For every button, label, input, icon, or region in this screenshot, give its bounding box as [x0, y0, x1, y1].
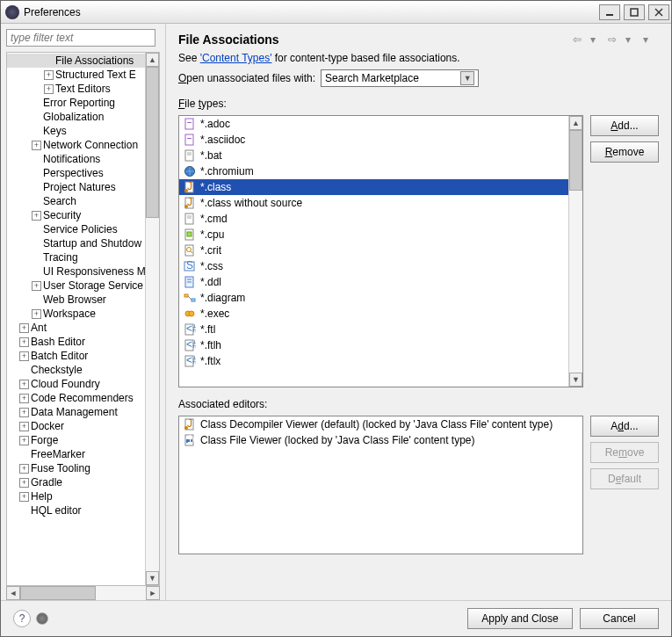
- expand-icon[interactable]: +: [32, 211, 41, 221]
- tree-item[interactable]: Perspectives: [7, 166, 145, 180]
- tree-item[interactable]: +Code Recommenders: [7, 391, 145, 405]
- filetypes-vscroll[interactable]: ▲ ▼: [568, 116, 582, 387]
- tree-item[interactable]: File Associations: [7, 54, 145, 68]
- page-title: File Associations: [178, 33, 571, 47]
- tree-item[interactable]: +Security: [7, 208, 145, 222]
- tree-item[interactable]: +Help: [7, 489, 145, 503]
- expand-icon[interactable]: +: [19, 464, 29, 474]
- titlebar[interactable]: Preferences: [1, 1, 671, 24]
- close-button[interactable]: [648, 4, 669, 20]
- tree-vscroll[interactable]: ▲ ▼: [145, 53, 159, 585]
- expand-icon[interactable]: +: [44, 70, 54, 80]
- tree-item[interactable]: Keys: [7, 124, 145, 138]
- filetype-item[interactable]: J*.class: [179, 179, 568, 195]
- assoc-editor-item[interactable]: JClass Decompiler Viewer (default) (lock…: [179, 416, 582, 432]
- forward-menu[interactable]: ▾: [625, 33, 639, 47]
- tree-item[interactable]: +Docker: [7, 419, 145, 433]
- filetype-item[interactable]: *.chromium: [179, 163, 568, 179]
- filetype-item[interactable]: <#>*.ftl: [179, 322, 568, 337]
- expand-icon[interactable]: +: [19, 478, 29, 488]
- tree-item[interactable]: +Text Editors: [7, 82, 145, 96]
- filetypes-add-button[interactable]: Add...: [590, 115, 659, 136]
- tree-item[interactable]: Project Natures: [7, 180, 145, 194]
- tree-item[interactable]: Error Reporting: [7, 96, 145, 110]
- maximize-button[interactable]: [624, 4, 645, 20]
- tree-item[interactable]: FreeMarker: [7, 447, 145, 461]
- expand-icon[interactable]: +: [19, 436, 29, 445]
- open-unassociated-combo[interactable]: Search Marketplace ▼: [321, 69, 479, 87]
- tree-item[interactable]: +Forge: [7, 433, 145, 447]
- tree-item[interactable]: +Gradle: [7, 475, 145, 489]
- filetype-item[interactable]: *.cpu: [179, 227, 568, 242]
- expand-icon[interactable]: +: [19, 380, 29, 389]
- expand-icon[interactable]: +: [19, 337, 29, 347]
- tree-item[interactable]: +Ant: [7, 321, 145, 335]
- tree-item[interactable]: Service Policies: [7, 222, 145, 236]
- back-menu[interactable]: ▾: [590, 33, 604, 47]
- tree-item[interactable]: Checkstyle: [7, 363, 145, 377]
- tree-hscroll[interactable]: ◄ ►: [6, 586, 160, 600]
- assoc-add-button[interactable]: Add...: [590, 416, 659, 437]
- tree-item[interactable]: +Fuse Tooling: [7, 461, 145, 475]
- tree-item[interactable]: UI Responsiveness M: [7, 264, 145, 279]
- tree-item[interactable]: +Workspace: [7, 307, 145, 321]
- minimize-button[interactable]: [599, 4, 620, 20]
- assoc-editors-list[interactable]: JClass Decompiler Viewer (default) (lock…: [178, 416, 583, 554]
- tree-item[interactable]: HQL editor: [7, 503, 145, 518]
- expand-icon[interactable]: +: [19, 422, 29, 431]
- filter-input[interactable]: [6, 29, 155, 47]
- tree-item[interactable]: +Data Management: [7, 405, 145, 419]
- filetype-item[interactable]: *.asciidoc: [179, 132, 568, 148]
- filetypes-remove-button[interactable]: Remove: [590, 141, 659, 163]
- filetype-item[interactable]: *.bat: [179, 148, 568, 163]
- tree-item[interactable]: Tracing: [7, 250, 145, 264]
- expand-icon[interactable]: +: [19, 394, 29, 403]
- tree-item[interactable]: +User Storage Service: [7, 279, 145, 293]
- expand-icon[interactable]: +: [32, 281, 41, 291]
- help-button[interactable]: ?: [13, 610, 31, 627]
- expand-icon[interactable]: +: [19, 323, 29, 333]
- assoc-editor-item[interactable]: 101Class File Viewer (locked by 'Java Cl…: [179, 432, 582, 448]
- tree-item-label: Network Connection: [43, 139, 138, 151]
- tree-item[interactable]: +Bash Editor: [7, 335, 145, 349]
- tree-item-label: Startup and Shutdow: [43, 237, 141, 250]
- content-types-link[interactable]: 'Content Types': [200, 52, 272, 64]
- tree-item[interactable]: +Batch Editor: [7, 349, 145, 363]
- tree-item[interactable]: Search: [7, 194, 145, 208]
- view-menu[interactable]: ▾: [643, 33, 657, 47]
- tree-item-label: Code Recommenders: [31, 392, 134, 404]
- filetype-item[interactable]: J*.class without source: [179, 195, 568, 211]
- filetype-item[interactable]: *.diagram: [179, 290, 568, 306]
- back-button[interactable]: ⇦: [573, 33, 587, 47]
- filetype-item[interactable]: *.adoc: [179, 116, 568, 132]
- expand-icon[interactable]: +: [44, 84, 54, 94]
- expand-icon[interactable]: +: [32, 141, 41, 150]
- filetype-item[interactable]: *.ddl: [179, 274, 568, 290]
- tree-item[interactable]: +Network Connection: [7, 138, 145, 152]
- forward-button[interactable]: ⇨: [608, 33, 622, 47]
- tree-item[interactable]: Startup and Shutdow: [7, 236, 145, 250]
- filetypes-list[interactable]: *.adoc*.asciidoc*.bat*.chromiumJ*.classJ…: [178, 115, 583, 387]
- tree-item[interactable]: +Cloud Foundry: [7, 377, 145, 391]
- tree-item[interactable]: Web Browser: [7, 293, 145, 307]
- filetype-item[interactable]: S*.css: [179, 258, 568, 274]
- tree-item[interactable]: Notifications: [7, 152, 145, 166]
- filetype-item[interactable]: *.crit: [179, 242, 568, 258]
- expand-icon[interactable]: +: [32, 309, 41, 319]
- filetype-item[interactable]: <#>*.ftlh: [179, 337, 568, 353]
- svg-point-14: [184, 189, 188, 192]
- expand-icon[interactable]: +: [19, 351, 29, 361]
- filetype-item[interactable]: <#>*.ftlx: [179, 353, 568, 369]
- tree-item-label: Project Natures: [43, 181, 116, 193]
- cancel-button[interactable]: Cancel: [580, 608, 659, 629]
- tree-item[interactable]: +Structured Text E: [7, 68, 145, 82]
- filetype-item[interactable]: *.exec: [179, 306, 568, 322]
- apply-close-button[interactable]: Apply and Close: [467, 608, 573, 629]
- expand-icon[interactable]: +: [19, 492, 29, 502]
- svg-rect-18: [185, 214, 193, 224]
- preferences-tree[interactable]: File Associations+Structured Text E+Text…: [7, 53, 145, 585]
- filetype-item[interactable]: *.cmd: [179, 211, 568, 227]
- open-unassociated-label: Open unassociated files with:: [178, 72, 315, 84]
- tree-item[interactable]: Globalization: [7, 110, 145, 124]
- expand-icon[interactable]: +: [19, 408, 29, 417]
